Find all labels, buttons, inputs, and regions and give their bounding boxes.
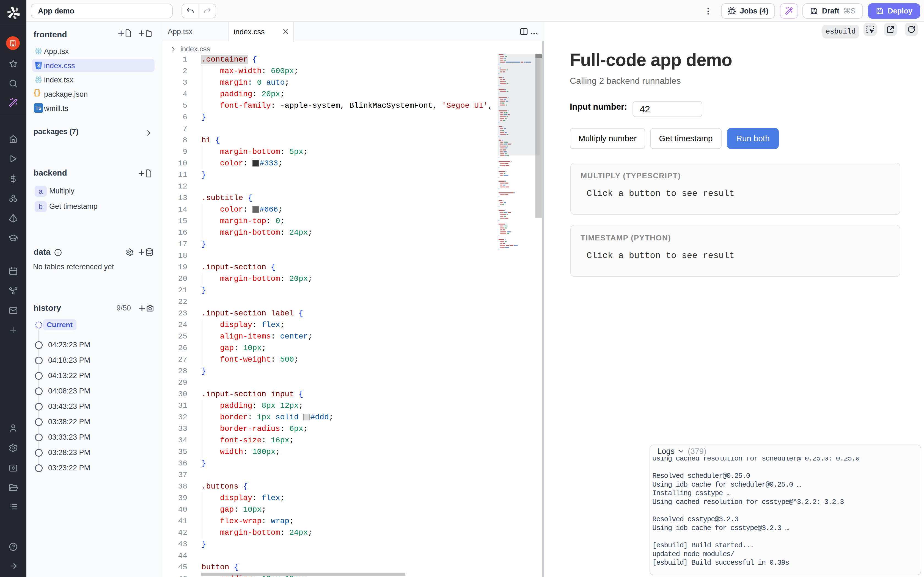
svg-text:3: 3: [37, 63, 40, 68]
